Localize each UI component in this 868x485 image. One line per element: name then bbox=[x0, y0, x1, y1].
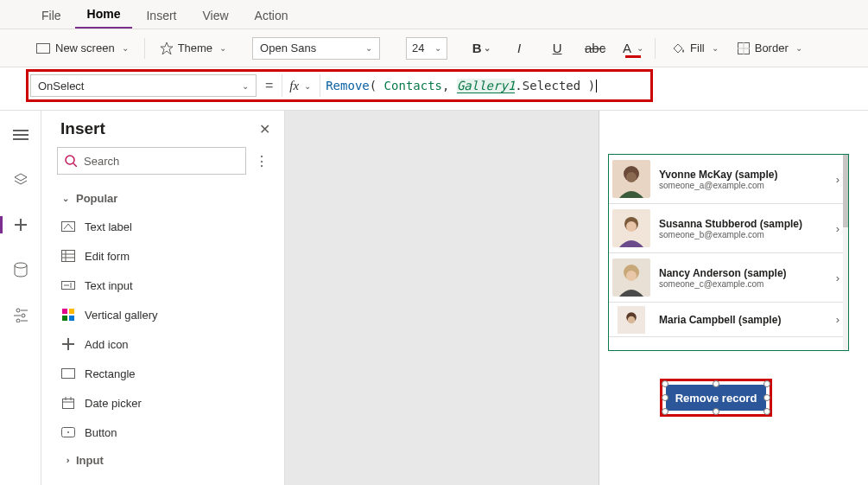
insert-text-label[interactable]: Text label bbox=[41, 212, 284, 241]
left-rail bbox=[0, 111, 41, 485]
font-size-select[interactable]: 24 ⌄ bbox=[406, 37, 447, 60]
property-name: OnSelect bbox=[38, 80, 84, 93]
theme-label: Theme bbox=[178, 41, 212, 54]
insert-list: Text label Edit form Text input Vertical… bbox=[41, 212, 284, 447]
chevron-down-icon: ⌄ bbox=[637, 43, 643, 53]
italic-button[interactable]: I bbox=[506, 37, 532, 60]
chevron-right-icon[interactable]: › bbox=[836, 222, 839, 235]
insert-tool[interactable] bbox=[9, 213, 33, 237]
strike-button[interactable]: abc bbox=[582, 37, 608, 60]
text-input-icon bbox=[60, 278, 76, 293]
tab-view[interactable]: View bbox=[190, 2, 240, 29]
insert-panel: Insert ✕ Search ⋮ ⌄ Popular Text label E… bbox=[41, 111, 285, 485]
svg-rect-21 bbox=[62, 251, 75, 262]
remove-record-button[interactable]: Remove record bbox=[666, 385, 766, 411]
equals-label: = bbox=[257, 78, 282, 93]
data-tool[interactable] bbox=[9, 258, 33, 282]
svg-rect-0 bbox=[37, 43, 50, 53]
border-button[interactable]: Border ⌄ bbox=[731, 38, 809, 58]
gallery-row[interactable]: Nancy Anderson (sample) someone_c@exampl… bbox=[609, 253, 848, 303]
gallery-info: Nancy Anderson (sample) someone_c@exampl… bbox=[659, 267, 827, 289]
new-screen-button[interactable]: New screen ⌄ bbox=[29, 38, 136, 58]
insert-edit-form[interactable]: Edit form bbox=[41, 241, 284, 271]
svg-point-10 bbox=[16, 309, 20, 312]
fill-icon bbox=[671, 42, 685, 54]
section-input[interactable]: ⌄ Input bbox=[41, 447, 284, 474]
scrollbar-thumb[interactable] bbox=[843, 155, 848, 227]
formula-bar: OnSelect ⌄ = fx ⌄ Remove( Contacts, Gall… bbox=[30, 73, 649, 98]
tab-action[interactable]: Action bbox=[243, 2, 301, 29]
insert-text-input[interactable]: Text input bbox=[41, 271, 284, 300]
new-screen-label: New screen bbox=[55, 41, 115, 54]
chevron-right-icon[interactable]: › bbox=[836, 313, 839, 326]
fx-button[interactable]: fx ⌄ bbox=[282, 74, 320, 97]
layers-tool[interactable] bbox=[9, 168, 33, 192]
gallery-info: Susanna Stubberod (sample) someone_b@exa… bbox=[659, 218, 827, 239]
section-label: Popular bbox=[76, 192, 117, 205]
chevron-down-icon: ⌄ bbox=[365, 43, 372, 53]
more-button[interactable]: ⋮ bbox=[253, 153, 270, 169]
tab-file[interactable]: File bbox=[29, 2, 73, 29]
resize-handle[interactable] bbox=[662, 380, 668, 387]
section-label: Input bbox=[76, 454, 104, 467]
canvas[interactable]: Yvonne McKay (sample) someone_a@example.… bbox=[285, 111, 868, 485]
chevron-right-icon[interactable]: › bbox=[836, 271, 839, 284]
underline-button[interactable]: U bbox=[544, 37, 570, 60]
fx-icon: fx bbox=[289, 79, 299, 93]
insert-rectangle[interactable]: Rectangle bbox=[41, 359, 284, 388]
contact-name: Maria Campbell (sample) bbox=[659, 314, 827, 326]
resize-handle[interactable] bbox=[763, 394, 770, 401]
resize-handle[interactable] bbox=[662, 394, 668, 401]
fill-button[interactable]: Fill ⌄ bbox=[664, 38, 725, 58]
chevron-down-icon: ⌄ bbox=[484, 43, 491, 53]
property-select[interactable]: OnSelect ⌄ bbox=[30, 74, 257, 97]
formula-input[interactable]: Remove( Contacts, Gallery1.Selected ) bbox=[320, 74, 649, 97]
button-icon bbox=[60, 424, 76, 440]
search-input[interactable]: Search bbox=[57, 147, 246, 175]
contact-name: Nancy Anderson (sample) bbox=[659, 267, 827, 279]
svg-line-19 bbox=[64, 224, 68, 229]
gallery-row[interactable]: Susanna Stubberod (sample) someone_b@exa… bbox=[609, 204, 848, 253]
settings-tool[interactable] bbox=[9, 303, 33, 327]
svg-point-49 bbox=[626, 271, 637, 281]
insert-vertical-gallery[interactable]: Vertical gallery bbox=[41, 300, 284, 329]
search-row: Search ⋮ bbox=[41, 147, 284, 185]
theme-button[interactable]: Theme ⌄ bbox=[154, 38, 233, 58]
scrollbar[interactable] bbox=[843, 155, 848, 350]
tab-insert[interactable]: Insert bbox=[134, 2, 188, 29]
insert-date-picker[interactable]: Date picker bbox=[41, 388, 284, 418]
chevron-right-icon[interactable]: › bbox=[836, 173, 839, 186]
insert-button[interactable]: Button bbox=[41, 418, 284, 447]
tab-home[interactable]: Home bbox=[75, 0, 133, 29]
contact-email: someone_a@example.com bbox=[659, 181, 827, 190]
font-name: Open Sans bbox=[260, 41, 316, 54]
close-icon[interactable]: ✕ bbox=[259, 121, 270, 137]
fill-label: Fill bbox=[690, 41, 705, 54]
svg-point-16 bbox=[66, 156, 74, 164]
gallery-row[interactable]: Yvonne McKay (sample) someone_a@example.… bbox=[609, 155, 848, 204]
section-popular[interactable]: ⌄ Popular bbox=[41, 185, 284, 212]
resize-handle[interactable] bbox=[763, 380, 770, 387]
divider bbox=[0, 102, 868, 111]
formula-suffix: .Selected bbox=[515, 79, 580, 93]
gallery-row[interactable]: Maria Campbell (sample) › bbox=[609, 303, 848, 337]
formula-bar-highlight: OnSelect ⌄ = fx ⌄ Remove( Contacts, Gall… bbox=[26, 69, 653, 102]
resize-handle[interactable] bbox=[713, 408, 719, 415]
formula-ref: Gallery1 bbox=[457, 79, 515, 93]
gallery-control[interactable]: Yvonne McKay (sample) someone_a@example.… bbox=[608, 154, 849, 351]
text-label-icon bbox=[60, 219, 76, 234]
separator bbox=[144, 38, 145, 59]
resize-handle[interactable] bbox=[662, 408, 668, 415]
contact-name: Yvonne McKay (sample) bbox=[659, 169, 827, 181]
font-color-button[interactable]: A⌄ bbox=[620, 37, 646, 60]
resize-handle[interactable] bbox=[763, 408, 770, 415]
insert-add-icon[interactable]: Add icon bbox=[41, 329, 284, 359]
ribbon: New screen ⌄ Theme ⌄ Open Sans ⌄ 24 ⌄ B⌄… bbox=[0, 29, 868, 67]
font-select[interactable]: Open Sans ⌄ bbox=[252, 37, 380, 60]
resize-handle[interactable] bbox=[713, 380, 719, 387]
svg-point-12 bbox=[22, 314, 25, 317]
remove-button-highlight: Remove record bbox=[660, 379, 772, 417]
tree-view-tool[interactable] bbox=[9, 123, 33, 147]
bold-button[interactable]: B⌄ bbox=[468, 37, 494, 60]
svg-line-20 bbox=[68, 224, 73, 229]
